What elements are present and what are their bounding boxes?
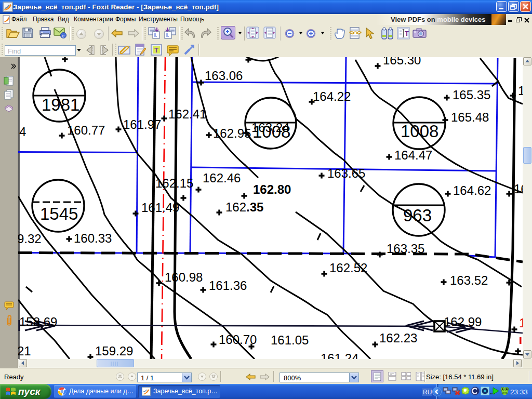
svg-text:162.23: 162.23 <box>379 331 417 345</box>
svg-text:159.29: 159.29 <box>95 344 133 358</box>
svg-text:T: T <box>154 46 158 54</box>
svg-text:162.99: 162.99 <box>444 315 482 329</box>
svg-text:162.15: 162.15 <box>155 176 193 190</box>
svg-text:160.98: 160.98 <box>165 270 203 284</box>
svg-text:160.70: 160.70 <box>219 332 257 347</box>
svg-text:164.62: 164.62 <box>453 183 491 197</box>
svg-text:162.80: 162.80 <box>253 182 291 196</box>
svg-text:1008: 1008 <box>252 122 290 141</box>
svg-text:163.35: 163.35 <box>387 242 424 256</box>
svg-text:21: 21 <box>18 344 31 358</box>
svg-text:1: 1 <box>519 316 523 330</box>
svg-text:1981: 1981 <box>42 95 79 114</box>
svg-text:165.30: 165.30 <box>383 57 421 67</box>
svg-text:160.33: 160.33 <box>74 231 112 245</box>
svg-text:158.69: 158.69 <box>19 315 57 329</box>
svg-text:163.52: 163.52 <box>450 273 488 287</box>
svg-text:164.22: 164.22 <box>313 89 351 103</box>
svg-text:161.05: 161.05 <box>271 333 309 347</box>
svg-text:165.35: 165.35 <box>453 88 490 102</box>
svg-text:164.47: 164.47 <box>394 148 432 162</box>
svg-text:1008: 1008 <box>401 122 438 141</box>
svg-text:162.35: 162.35 <box>225 200 263 214</box>
svg-text:T: T <box>405 30 409 37</box>
svg-text:160.77: 160.77 <box>67 123 105 137</box>
svg-text:162.46: 162.46 <box>203 171 241 185</box>
svg-text:165.48: 165.48 <box>451 110 489 124</box>
svg-text:162.41: 162.41 <box>168 107 206 121</box>
svg-text:e: e <box>62 33 64 38</box>
svg-text:9.32: 9.32 <box>18 232 42 246</box>
svg-text:161.24: 161.24 <box>321 351 358 359</box>
svg-text:1545: 1545 <box>40 204 78 223</box>
svg-text:16: 16 <box>514 182 523 196</box>
svg-text:161.97: 161.97 <box>123 117 161 131</box>
svg-text:162.95: 162.95 <box>213 126 251 140</box>
svg-text:963: 963 <box>403 206 432 225</box>
svg-text:161.49: 161.49 <box>141 201 179 215</box>
svg-text:163.06: 163.06 <box>205 69 243 83</box>
svg-text:4: 4 <box>19 125 26 139</box>
svg-text:162.52: 162.52 <box>329 261 367 275</box>
svg-text:163.65: 163.65 <box>327 166 365 180</box>
svg-text:1: 1 <box>518 84 523 98</box>
svg-text:161.36: 161.36 <box>209 278 247 292</box>
